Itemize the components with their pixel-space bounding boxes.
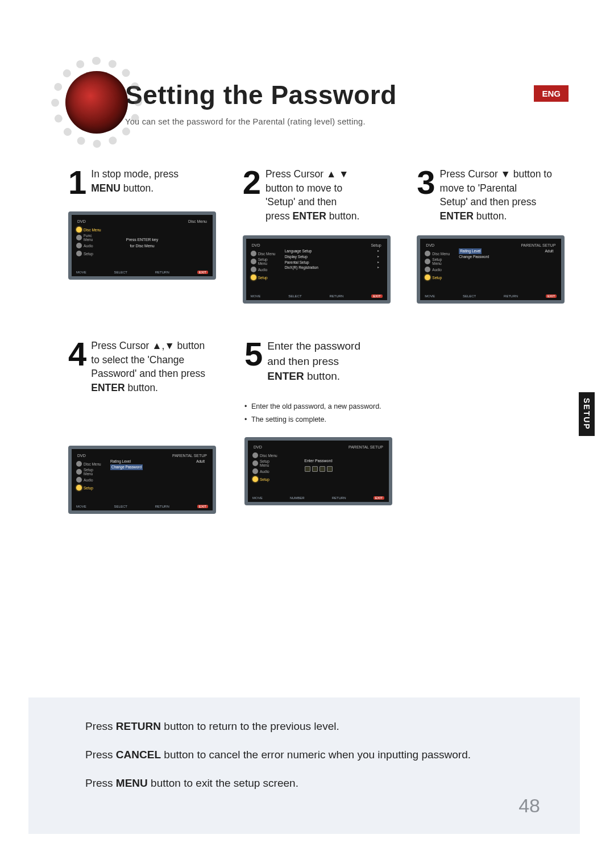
tv-left-item: Audio — [260, 470, 269, 474]
step-1-bold: MENU — [91, 182, 121, 194]
tv-left-menu: Disc Menu Setup Menu Audio Setup — [76, 460, 101, 491]
steps-row-2: 4 Press Cursor ▲,▼ button to select the … — [68, 338, 580, 514]
step-2-line4-pre: press — [265, 210, 293, 222]
bullet-item: The setting is complete. — [244, 414, 392, 425]
cancel-button-label: CANCEL — [116, 749, 161, 761]
tv-left-item: Func Menu — [84, 234, 101, 242]
tv-left-item: Audio — [432, 268, 442, 272]
tv-left-menu: Disc Menu Setup Menu Audio Setup — [425, 250, 450, 281]
step-5-line3-bold: ENTER — [267, 370, 304, 382]
step-4-text: Press Cursor ▲,▼ button to select the 'C… — [91, 338, 205, 394]
step-3-number: 3 — [417, 166, 435, 223]
tv-left-item: Setup Menu — [84, 468, 101, 476]
step-3-line1: Press Cursor ▼ button to — [440, 168, 552, 180]
tv-top-right: Setup — [371, 243, 381, 247]
footer-line-2: Press CANCEL button to cancel the error … — [85, 749, 551, 761]
step-2-number: 2 — [243, 166, 261, 223]
tv-left-menu: Disc Menu Func Menu Audio Setup — [76, 226, 101, 257]
tv-top-left: DVD — [426, 243, 434, 247]
text: button to return to the previous level. — [164, 720, 339, 732]
tv-left-item: Setup — [432, 276, 442, 280]
step-4-line2: to select the 'Change — [91, 354, 184, 366]
step-2: 2 Press Cursor ▲ ▼ button to move to 'Se… — [243, 166, 406, 304]
step-2-line2: button to move to — [265, 182, 342, 194]
tv-left-item: Disc Menu — [260, 454, 277, 458]
step-3-text: Press Cursor ▼ button to move to 'Parent… — [440, 166, 552, 223]
text: Press — [85, 749, 116, 761]
tv-top-right: Disc Menu — [188, 219, 207, 223]
step-1: 1 In stop mode, press MENU button. DVD D… — [68, 166, 231, 304]
step-4-line1: Press Cursor ▲,▼ button — [91, 340, 205, 351]
tv-bottom-hints: MOVE SELECT RETURN EXIT — [425, 294, 557, 298]
tv-hint-exit: EXIT — [546, 294, 557, 298]
step-2-line4-post: button. — [329, 210, 360, 222]
return-button-label: RETURN — [116, 720, 161, 732]
tv-hint: SELECT — [114, 505, 127, 508]
footer-line-3: Press MENU button to exit the setup scre… — [85, 777, 551, 790]
page-number: 48 — [518, 795, 540, 817]
step-2-line1: Press Cursor ▲ ▼ — [265, 168, 349, 180]
tv-row: Parental Setup — [285, 260, 309, 265]
tv-bottom-hints: MOVE SELECT RETURN EXIT — [251, 294, 383, 298]
footer-notes: Press RETURN button to return to the pre… — [28, 697, 580, 834]
tv-top-left: DVD — [254, 445, 262, 449]
tv-hint-exit: EXIT — [374, 496, 384, 500]
tv-top-right: PARENTAL SETUP — [521, 243, 555, 247]
page-header: Setting the Password You can set the pas… — [51, 57, 580, 126]
tv-hint: SELECT — [463, 294, 476, 298]
tv-left-item: Setup — [260, 477, 269, 481]
tv-left-item: Setup Menu — [260, 459, 277, 467]
tv-hint: MOVE — [425, 294, 435, 298]
tv-enter-password-label: Enter Password — [304, 459, 332, 463]
steps-row-1: 1 In stop mode, press MENU button. DVD D… — [68, 166, 580, 304]
tv-hint: RETURN — [504, 294, 518, 298]
section-tab: SETUP — [579, 392, 595, 436]
tv-top-left: DVD — [252, 243, 260, 247]
tv-row-value: Adult — [545, 248, 554, 254]
step-4: 4 Press Cursor ▲,▼ button to select the … — [68, 338, 233, 514]
step-5-number: 5 — [244, 338, 263, 384]
tv-left-item: Audio — [258, 268, 268, 272]
tv-hint: SELECT — [288, 294, 301, 298]
step-2-line4-bold: ENTER — [293, 210, 326, 222]
tv-top-right: PARENTAL SETUP — [172, 454, 207, 458]
tv-hint: MOVE — [76, 271, 86, 274]
tv-left-item: Setup Menu — [432, 258, 450, 265]
tv-parental-list: Rating LevelAdult Change Password — [110, 459, 207, 470]
tv-left-item: Setup — [258, 276, 268, 280]
step-4-line3: Password' and then press — [91, 368, 205, 379]
tv-left-menu: Disc Menu Setup Menu Audio Setup — [252, 452, 277, 483]
tv-left-item: Disc Menu — [432, 252, 450, 256]
password-boxes-icon — [305, 466, 333, 472]
step-5-bullets: Enter the old password, a new password. … — [244, 401, 392, 425]
step-1-text-pre: In stop mode, press — [91, 168, 179, 180]
tv-hint: NUMBER — [290, 496, 305, 500]
tv-row: DivX(R) Registration — [285, 265, 318, 271]
tv-left-item: Disc Menu — [84, 462, 101, 466]
menu-button-label: MENU — [116, 777, 148, 789]
step-2-screenshot: DVD Setup Disc Menu Setup Menu Audio Set… — [243, 235, 391, 304]
tv-left-menu: Disc Menu Setup Menu Audio Setup — [251, 250, 276, 281]
tv-hint: MOVE — [76, 505, 86, 508]
step-3-line3: Setup' and then press — [440, 196, 537, 207]
step-5-line3-post: button. — [307, 370, 340, 382]
tv-left-item: Setup Menu — [258, 258, 276, 265]
tv-hint: SELECT — [114, 271, 127, 274]
tv-hint-exit: EXIT — [371, 294, 382, 298]
step-5-screenshot: DVD PARENTAL SETUP Disc Menu Setup Menu … — [244, 437, 392, 505]
tv-hint: RETURN — [155, 271, 169, 274]
tv-top-left: DVD — [77, 454, 86, 458]
tv-row-value: Adult — [196, 459, 205, 464]
tv-left-item: Setup — [84, 252, 93, 256]
tv-top-left: DVD — [77, 219, 86, 223]
step-3: 3 Press Cursor ▼ button to move to 'Pare… — [417, 166, 580, 304]
tv-top-right: PARENTAL SETUP — [349, 445, 383, 449]
tv-row-label: Change Password — [110, 464, 143, 470]
tv-row-label: Rating Level — [110, 459, 131, 464]
step-5: 5 Enter the password and then press ENTE… — [244, 338, 409, 514]
tv-hint: RETURN — [329, 294, 343, 298]
language-badge: ENG — [534, 85, 569, 102]
bullet-item: Enter the old password, a new password. — [244, 401, 392, 412]
step-3-screenshot: DVD PARENTAL SETUP Disc Menu Setup Menu … — [417, 235, 565, 304]
tv-left-item: Audio — [84, 478, 93, 482]
